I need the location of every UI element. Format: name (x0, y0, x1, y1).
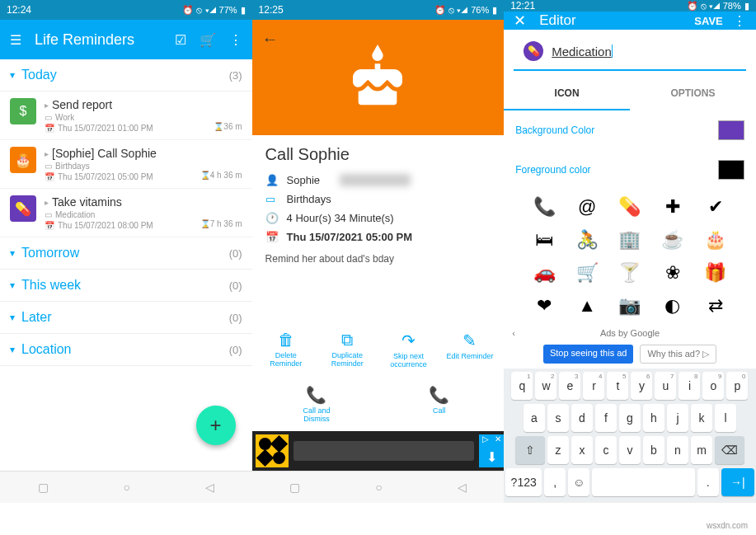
key-⇧[interactable]: ⇧ (515, 436, 545, 464)
icon-choice[interactable]: 💊 (614, 196, 646, 218)
background-color-row[interactable]: Background Color (504, 110, 756, 150)
icon-choice[interactable]: ❤ (528, 295, 560, 317)
key-p[interactable]: p0 (726, 372, 748, 400)
key-k[interactable]: k (691, 404, 712, 432)
key-⌫[interactable]: ⌫ (715, 436, 744, 464)
back-arrow-icon[interactable]: ← (262, 30, 279, 49)
close-icon[interactable]: ✕ (514, 12, 526, 30)
key-q[interactable]: q1 (511, 372, 533, 400)
chevron-left-icon[interactable]: ‹ (512, 328, 515, 338)
delete-reminder-button[interactable]: 🗑Delete Reminder (261, 331, 311, 368)
watermark: wsxdn.com (707, 521, 748, 530)
contact-icon: 👤 (265, 174, 279, 186)
name-input[interactable]: 💊 Medication (514, 33, 746, 71)
duplicate-reminder-button[interactable]: ⧉Duplicate Reminder (322, 331, 372, 368)
why-ad-button[interactable]: Why this ad? ▷ (640, 345, 716, 364)
icon-choice[interactable]: ✚ (657, 196, 688, 218)
skip-occurrence-button[interactable]: ↷Skip next occurrence (384, 331, 434, 368)
icon-choice[interactable]: 🚗 (528, 262, 560, 284)
call-button[interactable]: 📞Call (415, 385, 464, 423)
key-e[interactable]: e3 (559, 372, 580, 400)
icon-choice[interactable]: ⇄ (700, 295, 731, 317)
nav-home-icon[interactable]: ○ (375, 481, 382, 494)
key-r[interactable]: r4 (583, 372, 604, 400)
key-t[interactable]: t5 (607, 372, 628, 400)
key-space[interactable] (592, 468, 695, 496)
key-enter[interactable]: →| (721, 468, 754, 496)
tab-icon[interactable]: ICON (504, 77, 630, 110)
key-y[interactable]: y6 (631, 372, 652, 400)
edit-reminder-button[interactable]: ✎Edit Reminder (445, 331, 495, 368)
key-o[interactable]: o9 (702, 372, 724, 400)
reminder-item[interactable]: 💊 Take vitamins ▭Medication 📅Thu 15/07/2… (0, 189, 252, 237)
key-w[interactable]: w2 (535, 372, 556, 400)
key-b[interactable]: b (643, 436, 664, 464)
icon-choice[interactable]: 📞 (528, 196, 560, 218)
icon-choice[interactable]: 🛏 (528, 229, 560, 251)
section-tomorrow[interactable]: ▾ Tomorrow (0) (0, 237, 252, 270)
icon-choice[interactable]: 🍸 (614, 262, 646, 284)
icon-choice[interactable]: 🎂 (700, 229, 731, 251)
key-numswitch[interactable]: ?123 (505, 468, 542, 496)
tab-options[interactable]: OPTIONS (630, 77, 756, 110)
icon-choice[interactable]: ☕ (657, 229, 688, 251)
nav-recent-icon[interactable]: ▢ (289, 481, 300, 494)
key-l[interactable]: l (715, 404, 736, 432)
section-location[interactable]: ▾ Location (0) (0, 334, 252, 366)
icon-choice[interactable]: ◐ (657, 295, 688, 317)
cake-icon (345, 45, 411, 110)
section-today[interactable]: ▾ Today (3) (0, 59, 252, 92)
ad-banner[interactable]: ▷✕ ⬇ (252, 431, 505, 471)
key-a[interactable]: a (524, 404, 545, 432)
icon-choice[interactable]: 🚴 (571, 229, 603, 251)
key-u[interactable]: u7 (655, 372, 676, 400)
foreground-color-row[interactable]: Foreground color (504, 150, 756, 190)
bg-color-swatch[interactable] (718, 120, 744, 140)
ad-download-icon[interactable]: ⬇ (479, 446, 504, 467)
key-z[interactable]: z (547, 436, 569, 464)
key-g[interactable]: g (619, 404, 641, 432)
key-d[interactable]: d (571, 404, 593, 432)
save-button[interactable]: SAVE (694, 15, 722, 27)
nav-recent-icon[interactable]: ▢ (38, 481, 49, 494)
cart-icon[interactable]: 🛒 (200, 32, 216, 48)
reminder-item[interactable]: 🎂 [Sophie] Call Sophie ▭Birthdays 📅Thu 1… (0, 140, 252, 189)
nav-back-icon[interactable]: ◁ (205, 481, 214, 494)
icon-choice[interactable]: 📷 (614, 295, 646, 317)
icon-choice[interactable]: 🎁 (700, 262, 731, 284)
icon-choice[interactable]: ✔ (700, 196, 731, 218)
icon-choice[interactable]: ❀ (657, 262, 688, 284)
overflow-icon[interactable]: ⋮ (229, 32, 242, 48)
key-emoji[interactable]: ☺ (568, 468, 589, 496)
section-later[interactable]: ▾ Later (0) (0, 302, 252, 334)
icon-choice[interactable]: 🏢 (614, 229, 646, 251)
ad-text-blurred (293, 441, 475, 461)
key-period[interactable]: . (697, 468, 719, 496)
fg-color-swatch[interactable] (718, 160, 744, 180)
key-x[interactable]: x (571, 436, 593, 464)
key-i[interactable]: i8 (679, 372, 700, 400)
key-n[interactable]: n (667, 436, 688, 464)
key-s[interactable]: s (547, 404, 569, 432)
nav-home-icon[interactable]: ○ (124, 481, 130, 494)
icon-choice[interactable]: @ (571, 196, 603, 218)
key-c[interactable]: c (595, 436, 617, 464)
fab-add-button[interactable]: + (196, 406, 236, 445)
key-v[interactable]: v (619, 436, 641, 464)
stop-ad-button[interactable]: Stop seeing this ad (543, 345, 634, 364)
key-comma[interactable]: , (544, 468, 566, 496)
section-this-week[interactable]: ▾ This week (0) (0, 270, 252, 302)
key-j[interactable]: j (667, 404, 688, 432)
checklist-icon[interactable]: ☑ (175, 32, 186, 48)
hamburger-icon[interactable]: ☰ (10, 32, 21, 48)
icon-choice[interactable]: 🛒 (571, 262, 603, 284)
nav-back-icon[interactable]: ◁ (458, 481, 467, 494)
key-f[interactable]: f (595, 404, 617, 432)
key-m[interactable]: m (691, 436, 712, 464)
ad-badge[interactable]: ▷✕ (479, 434, 504, 446)
key-h[interactable]: h (643, 404, 664, 432)
icon-choice[interactable]: ▲ (571, 295, 603, 317)
call-dismiss-button[interactable]: 📞Call and Dismiss (292, 385, 341, 423)
reminder-item[interactable]: $ Send report ▭Work 📅Thu 15/07/2021 01:0… (0, 92, 252, 140)
overflow-icon[interactable]: ⋮ (733, 13, 746, 29)
